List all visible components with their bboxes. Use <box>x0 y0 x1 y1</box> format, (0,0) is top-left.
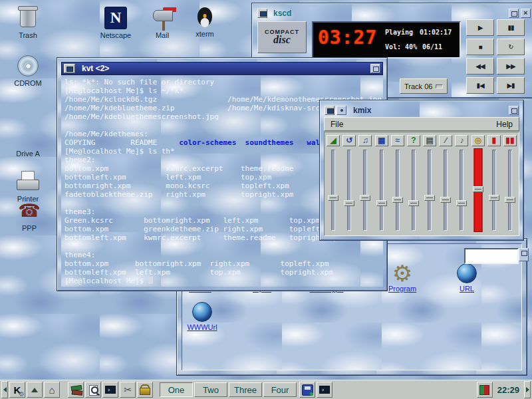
mixer-bass-icon[interactable]: ↺ <box>342 135 356 146</box>
slider-handle[interactable] <box>360 195 370 201</box>
mixer-mic-icon[interactable]: ♪ <box>455 135 468 146</box>
slider-handle[interactable] <box>424 195 435 201</box>
mixer-rec2-icon[interactable]: ▮▮ <box>503 135 517 146</box>
mixer-pcm-icon[interactable]: ≈ <box>391 135 404 146</box>
kvt-maximize-button[interactable] <box>370 64 380 73</box>
kscd-fast-forward-button[interactable]: ▶▶ <box>497 58 525 74</box>
desktop-icon-netscape[interactable]: Netscape <box>94 5 137 39</box>
cut-tool-button[interactable]: ✂ <box>120 382 136 398</box>
desktop-icon-ppp[interactable]: PPP <box>8 198 51 232</box>
mixer-channel-line: ▤ <box>422 134 438 234</box>
slider-handle[interactable] <box>344 200 354 206</box>
workspace-button-three[interactable]: Three <box>229 382 262 397</box>
kmix-window[interactable]: kmix File Help ◢↺♫▦≈?▤∕♪◎▮▮▮ <box>319 100 524 241</box>
kmix-titlebar[interactable]: kmix <box>324 104 519 116</box>
track-selector[interactable]: Track 06 <box>400 78 448 94</box>
panel-hide-right-button[interactable] <box>524 381 531 398</box>
desktop-icon-trash[interactable]: Trash <box>7 5 49 39</box>
tray-applet[interactable] <box>477 382 493 398</box>
track-selector-label: Track 06 <box>404 82 432 90</box>
slider-handle[interactable] <box>328 195 338 201</box>
mixer-synth-slider[interactable] <box>374 148 390 233</box>
mixer-pencil-icon[interactable]: ∕ <box>439 135 452 146</box>
kscd-previous-track-button[interactable]: ▮◀ <box>466 77 494 94</box>
mixer-rec2-slider[interactable] <box>502 148 518 233</box>
menu-help[interactable]: Help <box>490 120 519 129</box>
kvt-launcher-button[interactable]: › <box>102 382 118 398</box>
mixer-synth-icon[interactable]: ▦ <box>375 135 388 146</box>
kscd-system-menu-icon[interactable] <box>257 9 267 18</box>
home-button[interactable]: ⌂ <box>44 382 60 398</box>
lcd-track-position: 06/11 <box>422 43 442 51</box>
slider-handle[interactable] <box>408 200 419 206</box>
workspace-button-two[interactable]: Two <box>194 382 227 397</box>
kscd-pause-button[interactable]: ▮▮ <box>497 19 525 36</box>
kscd-titlebar[interactable]: kscd <box>256 7 532 20</box>
slider-handle[interactable] <box>440 197 451 203</box>
mixer-volume-icon[interactable]: ◢ <box>327 135 340 146</box>
lock-screen-button[interactable] <box>137 382 153 398</box>
kvt-titlebar[interactable]: kvt <2> <box>61 62 383 75</box>
kscd-next-track-button[interactable]: ▶▮ <box>497 77 525 94</box>
printer-icon <box>13 169 43 194</box>
cdrom-icon <box>13 53 43 78</box>
mixer-pencil-slider[interactable] <box>438 148 454 233</box>
slider-handle[interactable] <box>392 197 403 203</box>
slider-handle[interactable] <box>473 186 483 192</box>
desktop-icon-cdrom[interactable]: CDROM <box>7 53 49 87</box>
mixer-mic-slider[interactable] <box>454 148 469 233</box>
slider-handle[interactable] <box>505 197 515 203</box>
kvt-task-button[interactable]: › <box>317 382 332 398</box>
kscd-rewind-button[interactable]: ◀◀ <box>466 58 494 74</box>
menu-file[interactable]: File <box>325 120 349 129</box>
terminal-text: fadetoblacktheme.zip right.xpm topright.… <box>65 190 293 199</box>
mixer-line-icon[interactable]: ▤ <box>423 135 436 146</box>
desktop-icon-mail[interactable]: Mail <box>141 5 184 39</box>
mixer-bass-slider[interactable] <box>341 148 357 233</box>
workspace-button-one[interactable]: One <box>160 382 193 397</box>
padlock-icon <box>140 388 150 395</box>
workspace-button-four[interactable]: Four <box>263 382 297 397</box>
mixer-treble-icon[interactable]: ♫ <box>358 135 372 146</box>
mixer-speaker-slider[interactable] <box>406 148 422 233</box>
terminal-text: theme2: <box>65 156 95 164</box>
kvt-system-menu-icon[interactable] <box>64 64 75 73</box>
mixer-pcm-slider[interactable] <box>390 148 406 233</box>
kfm-corner-button[interactable] <box>519 248 529 261</box>
kmix-menubar: File Help <box>324 117 519 131</box>
window-list-button[interactable] <box>27 382 43 398</box>
kscd-play-button[interactable]: ▶ <box>466 19 494 36</box>
mixer-line-slider[interactable] <box>422 148 438 233</box>
slider-handle[interactable] <box>456 200 467 206</box>
kscd-stop-button[interactable]: ■ <box>466 39 494 55</box>
kscd-maximize-button[interactable] <box>509 9 519 18</box>
k-menu-button[interactable]: K ⚙ <box>9 382 25 398</box>
archiver-button[interactable] <box>299 382 315 398</box>
desktop-icon-drive-a[interactable]: Drive A <box>7 124 49 158</box>
mixer-treble-slider[interactable] <box>357 148 373 233</box>
mixer-rec1-slider[interactable] <box>486 148 502 233</box>
mixer-volume-slider[interactable] <box>325 148 341 233</box>
panel-hide-left-button[interactable] <box>1 381 8 398</box>
mixer-speaker-icon[interactable]: ? <box>407 135 420 146</box>
mixer-channel-cd: ◎ <box>470 134 486 234</box>
kmix-system-menu-icon[interactable] <box>325 106 334 115</box>
kscd-loop-button[interactable]: ↻ <box>497 39 525 55</box>
kmix-maximize-button[interactable] <box>509 106 519 115</box>
kmix-sticky-button[interactable] <box>336 106 346 115</box>
kfind-button[interactable] <box>85 382 101 398</box>
slider-handle[interactable] <box>376 200 387 206</box>
mixer-cd-slider[interactable] <box>470 148 486 233</box>
mixer-rec1-icon[interactable]: ▮ <box>487 135 501 146</box>
kfm-item-wwwurl[interactable]: WWWUrl <box>179 301 225 331</box>
up-arrow-icon <box>31 388 38 392</box>
kfm-item-url[interactable]: URL <box>444 262 490 293</box>
desktop: TrashCDROMDrive APrinterPPPNetscapeMailx… <box>0 0 532 399</box>
kfm-text-field[interactable] <box>464 248 519 264</box>
kscd-lcd-display: 03:27 Playing 01:02:17 Vol: 40% 06/11 <box>312 21 461 59</box>
slider-handle[interactable] <box>489 195 499 201</box>
kscd-close-button[interactable] <box>521 9 531 18</box>
khelp-button[interactable] <box>68 382 84 398</box>
mixer-cd-icon[interactable]: ◎ <box>471 135 485 146</box>
desktop-icon-xterm[interactable]: xterm <box>184 4 226 38</box>
